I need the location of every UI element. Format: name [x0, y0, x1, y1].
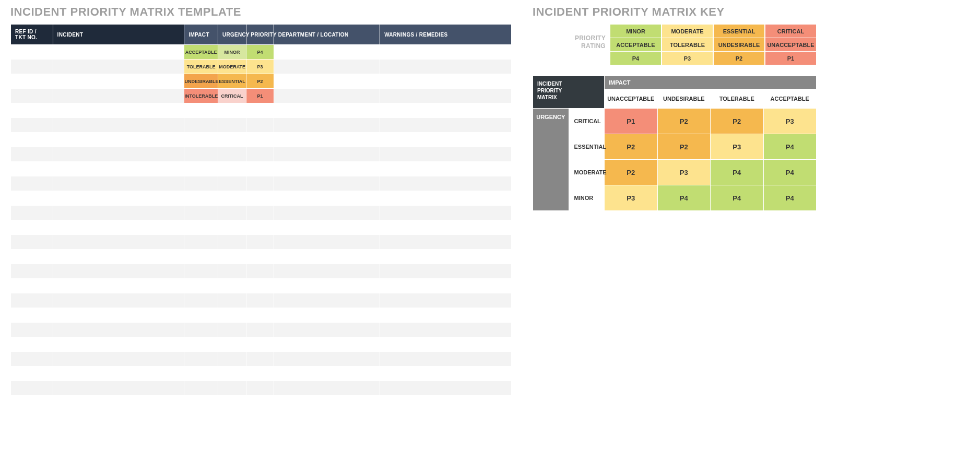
cell-blank[interactable] — [184, 367, 218, 381]
cell-blank[interactable] — [380, 235, 512, 250]
cell-blank[interactable] — [246, 337, 274, 352]
cell-blank[interactable] — [380, 191, 512, 206]
cell-blank[interactable] — [380, 133, 512, 147]
cell-blank[interactable] — [53, 103, 184, 118]
cell-blank[interactable] — [274, 367, 380, 381]
cell-blank[interactable] — [218, 396, 246, 410]
cell-blank[interactable] — [184, 308, 218, 323]
cell-blank[interactable] — [274, 337, 380, 352]
cell-blank[interactable] — [274, 220, 380, 235]
cell-blank[interactable] — [274, 293, 380, 308]
cell-ref[interactable] — [11, 45, 53, 60]
cell-blank[interactable] — [380, 147, 512, 162]
cell-blank[interactable] — [11, 323, 53, 337]
cell-blank[interactable] — [218, 147, 246, 162]
cell-blank[interactable] — [274, 308, 380, 323]
cell-blank[interactable] — [246, 176, 274, 191]
cell-incident[interactable] — [53, 89, 184, 103]
cell-blank[interactable] — [380, 367, 512, 381]
cell-blank[interactable] — [246, 162, 274, 176]
cell-blank[interactable] — [380, 162, 512, 176]
cell-dept[interactable] — [274, 89, 380, 103]
cell-blank[interactable] — [218, 206, 246, 220]
cell-blank[interactable] — [380, 264, 512, 279]
cell-blank[interactable] — [274, 352, 380, 367]
cell-urgency[interactable]: MINOR — [218, 45, 246, 60]
cell-blank[interactable] — [274, 147, 380, 162]
cell-blank[interactable] — [11, 352, 53, 367]
cell-blank[interactable] — [246, 264, 274, 279]
cell-blank[interactable] — [11, 250, 53, 264]
cell-urgency[interactable]: MODERATE — [218, 60, 246, 74]
cell-impact[interactable]: UNDESIRABLE — [184, 74, 218, 89]
cell-blank[interactable] — [246, 133, 274, 147]
cell-blank[interactable] — [11, 162, 53, 176]
cell-incident[interactable] — [53, 74, 184, 89]
cell-blank[interactable] — [184, 279, 218, 293]
cell-blank[interactable] — [246, 367, 274, 381]
cell-blank[interactable] — [53, 337, 184, 352]
cell-blank[interactable] — [184, 118, 218, 133]
cell-blank[interactable] — [11, 176, 53, 191]
cell-blank[interactable] — [184, 337, 218, 352]
cell-blank[interactable] — [53, 352, 184, 367]
cell-blank[interactable] — [218, 118, 246, 133]
cell-blank[interactable] — [218, 103, 246, 118]
cell-blank[interactable] — [53, 396, 184, 410]
cell-blank[interactable] — [246, 279, 274, 293]
cell-blank[interactable] — [184, 162, 218, 176]
cell-blank[interactable] — [218, 308, 246, 323]
cell-blank[interactable] — [184, 293, 218, 308]
cell-blank[interactable] — [274, 381, 380, 396]
cell-blank[interactable] — [184, 264, 218, 279]
cell-blank[interactable] — [380, 308, 512, 323]
cell-blank[interactable] — [53, 191, 184, 206]
cell-blank[interactable] — [218, 191, 246, 206]
cell-blank[interactable] — [53, 206, 184, 220]
cell-blank[interactable] — [246, 308, 274, 323]
cell-impact[interactable]: TOLERABLE — [184, 60, 218, 74]
cell-blank[interactable] — [218, 264, 246, 279]
cell-blank[interactable] — [218, 367, 246, 381]
cell-blank[interactable] — [380, 279, 512, 293]
cell-blank[interactable] — [53, 220, 184, 235]
cell-priority[interactable]: P1 — [246, 89, 274, 103]
cell-blank[interactable] — [274, 250, 380, 264]
cell-blank[interactable] — [11, 147, 53, 162]
cell-blank[interactable] — [274, 176, 380, 191]
cell-blank[interactable] — [11, 308, 53, 323]
cell-blank[interactable] — [53, 367, 184, 381]
cell-blank[interactable] — [380, 323, 512, 337]
cell-blank[interactable] — [380, 176, 512, 191]
cell-blank[interactable] — [53, 133, 184, 147]
cell-blank[interactable] — [274, 103, 380, 118]
cell-blank[interactable] — [11, 367, 53, 381]
cell-blank[interactable] — [274, 323, 380, 337]
cell-blank[interactable] — [11, 235, 53, 250]
cell-blank[interactable] — [11, 206, 53, 220]
cell-blank[interactable] — [246, 103, 274, 118]
cell-blank[interactable] — [246, 323, 274, 337]
cell-blank[interactable] — [218, 220, 246, 235]
cell-blank[interactable] — [218, 162, 246, 176]
cell-blank[interactable] — [53, 308, 184, 323]
cell-priority[interactable]: P4 — [246, 45, 274, 60]
cell-dept[interactable] — [274, 74, 380, 89]
cell-blank[interactable] — [11, 396, 53, 410]
cell-blank[interactable] — [246, 206, 274, 220]
cell-blank[interactable] — [53, 279, 184, 293]
cell-blank[interactable] — [246, 118, 274, 133]
cell-blank[interactable] — [380, 118, 512, 133]
cell-blank[interactable] — [184, 191, 218, 206]
cell-blank[interactable] — [53, 293, 184, 308]
cell-blank[interactable] — [246, 250, 274, 264]
cell-blank[interactable] — [11, 103, 53, 118]
cell-blank[interactable] — [184, 396, 218, 410]
cell-blank[interactable] — [380, 103, 512, 118]
cell-blank[interactable] — [53, 235, 184, 250]
cell-blank[interactable] — [11, 337, 53, 352]
cell-blank[interactable] — [274, 162, 380, 176]
cell-blank[interactable] — [246, 381, 274, 396]
cell-blank[interactable] — [274, 264, 380, 279]
cell-blank[interactable] — [11, 220, 53, 235]
